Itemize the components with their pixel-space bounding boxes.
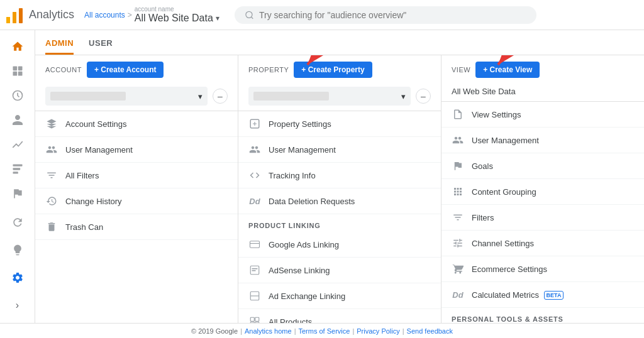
- tabs: ADMIN USER: [35, 30, 644, 55]
- footer-send-feedback[interactable]: Send feedback: [407, 327, 453, 335]
- create-view-button[interactable]: + Create View: [475, 62, 540, 78]
- all-products-item[interactable]: All Products: [238, 309, 441, 323]
- footer-analytics-home[interactable]: Analytics home: [245, 327, 292, 335]
- filters-label: Filters: [472, 213, 494, 222]
- view-column: View + Create View All Web Site Data Vie…: [441, 55, 644, 323]
- nav-bottom: ›: [5, 210, 30, 323]
- trash-can-item[interactable]: Trash Can: [35, 214, 238, 240]
- nav-home[interactable]: [5, 35, 30, 57]
- property-name: All Web Site Data: [135, 13, 213, 24]
- property-selector-chevron: ▾: [401, 92, 406, 101]
- beta-badge: BETA: [544, 291, 564, 300]
- breadcrumb-chevron: >: [128, 11, 132, 19]
- property-settings-label: Property Settings: [269, 119, 331, 129]
- ecommerce-settings-label: Ecommerce Settings: [472, 264, 547, 274]
- nav-refresh[interactable]: [5, 210, 30, 235]
- view-user-management-label: User Management: [472, 136, 539, 145]
- analytics-logo: [5, 6, 24, 25]
- search-icon: [245, 10, 254, 20]
- property-selector-row: ▾ –: [238, 84, 441, 111]
- account-selector[interactable]: ▾: [45, 87, 208, 106]
- svg-rect-3: [6, 17, 10, 23]
- content-grouping-item[interactable]: Content Grouping: [441, 179, 644, 205]
- ad-exchange-item[interactable]: Ad Exchange Linking: [238, 283, 441, 309]
- all-products-label: All Products: [269, 317, 312, 324]
- nav-expand[interactable]: ›: [5, 293, 30, 318]
- adsense-label: AdSense Linking: [269, 266, 330, 275]
- account-column: Account + Create Account ▾ – Account Set…: [35, 55, 238, 323]
- data-deletion-item[interactable]: Dd Data Deletion Requests: [238, 188, 441, 214]
- create-property-button[interactable]: + Create Property: [294, 62, 372, 78]
- calculated-metrics-item[interactable]: Dd Calculated Metrics BETA: [441, 282, 644, 308]
- admin-columns: Account + Create Account ▾ – Account Set…: [35, 55, 644, 323]
- footer-terms[interactable]: Terms of Service: [298, 327, 350, 335]
- property-settings-item[interactable]: Property Settings: [238, 111, 441, 137]
- search-bar[interactable]: [235, 6, 536, 24]
- account-settings-item[interactable]: Account Settings: [35, 111, 238, 137]
- nav-behavior[interactable]: [5, 158, 30, 180]
- all-filters-item[interactable]: All Filters: [35, 163, 238, 188]
- view-col-label: View: [452, 66, 470, 74]
- view-name-row: All Web Site Data: [441, 84, 644, 102]
- footer: © 2019 Google | Analytics home | Terms o…: [0, 323, 644, 338]
- all-filters-icon: [45, 169, 58, 182]
- property-selector[interactable]: All Web Site Data ▾: [135, 13, 219, 24]
- create-account-button[interactable]: + Create Account: [87, 62, 164, 78]
- property-column-header: Property + Create Property: [238, 55, 441, 84]
- change-history-item[interactable]: Change History: [35, 188, 238, 214]
- tracking-info-icon: [248, 169, 261, 182]
- property-selector[interactable]: ▾: [248, 87, 411, 106]
- property-collapse-btn[interactable]: –: [416, 89, 431, 104]
- channel-settings-icon: [452, 237, 464, 249]
- search-input[interactable]: [259, 10, 526, 20]
- nav-dashboard[interactable]: [5, 60, 30, 82]
- personal-tools-label: PERSONAL TOOLS & ASSETS: [441, 308, 644, 323]
- data-deletion-icon: Dd: [248, 195, 261, 207]
- property-user-management-label: User Management: [269, 145, 336, 155]
- filters-item[interactable]: Filters: [441, 205, 644, 231]
- product-linking-label: PRODUCT LINKING: [238, 214, 441, 232]
- tracking-info-item[interactable]: Tracking Info: [238, 163, 441, 188]
- property-user-management-item[interactable]: User Management: [238, 137, 441, 163]
- all-filters-label: All Filters: [65, 171, 99, 180]
- ecommerce-settings-item[interactable]: Ecommerce Settings: [441, 256, 644, 282]
- google-ads-label: Google Ads Linking: [269, 240, 339, 249]
- view-column-header: View + Create View: [441, 55, 644, 84]
- svg-rect-13: [13, 168, 20, 170]
- svg-rect-20: [252, 268, 258, 270]
- google-ads-item[interactable]: Google Ads Linking: [238, 232, 441, 258]
- ecommerce-settings-icon: [452, 263, 464, 275]
- all-accounts-link[interactable]: All accounts: [84, 11, 125, 19]
- view-name: All Web Site Data: [452, 87, 516, 96]
- goals-item[interactable]: Goals: [441, 153, 644, 179]
- svg-rect-2: [19, 8, 23, 23]
- adsense-item[interactable]: AdSense Linking: [238, 258, 441, 283]
- footer-privacy[interactable]: Privacy Policy: [357, 327, 399, 335]
- svg-rect-17: [250, 241, 260, 248]
- view-user-management-item[interactable]: User Management: [441, 128, 644, 153]
- nav-lightbulb[interactable]: [5, 237, 30, 263]
- property-users-icon: [248, 143, 261, 156]
- svg-point-5: [246, 11, 252, 18]
- channel-settings-item[interactable]: Channel Settings: [441, 231, 644, 256]
- account-collapse-btn[interactable]: –: [213, 89, 228, 104]
- svg-line-6: [251, 16, 253, 18]
- svg-rect-12: [13, 165, 22, 166]
- google-ads-icon: [248, 238, 261, 251]
- svg-rect-7: [13, 66, 17, 70]
- view-settings-item[interactable]: View Settings: [441, 102, 644, 128]
- tab-admin[interactable]: ADMIN: [45, 38, 74, 55]
- account-settings-label: Account Settings: [65, 119, 127, 129]
- nav-acquisition[interactable]: [5, 134, 30, 156]
- tab-user[interactable]: USER: [89, 38, 113, 55]
- trash-can-label: Trash Can: [65, 222, 103, 232]
- left-nav: ›: [0, 30, 35, 323]
- nav-admin[interactable]: [5, 265, 30, 290]
- property-selector-name: [253, 92, 329, 101]
- account-user-management-item[interactable]: User Management: [35, 137, 238, 163]
- nav-conversions[interactable]: [5, 183, 30, 205]
- view-users-icon: [452, 134, 464, 146]
- nav-audience[interactable]: [5, 109, 30, 131]
- account-selector-row: ▾ –: [35, 84, 238, 111]
- nav-realtime[interactable]: [5, 84, 30, 106]
